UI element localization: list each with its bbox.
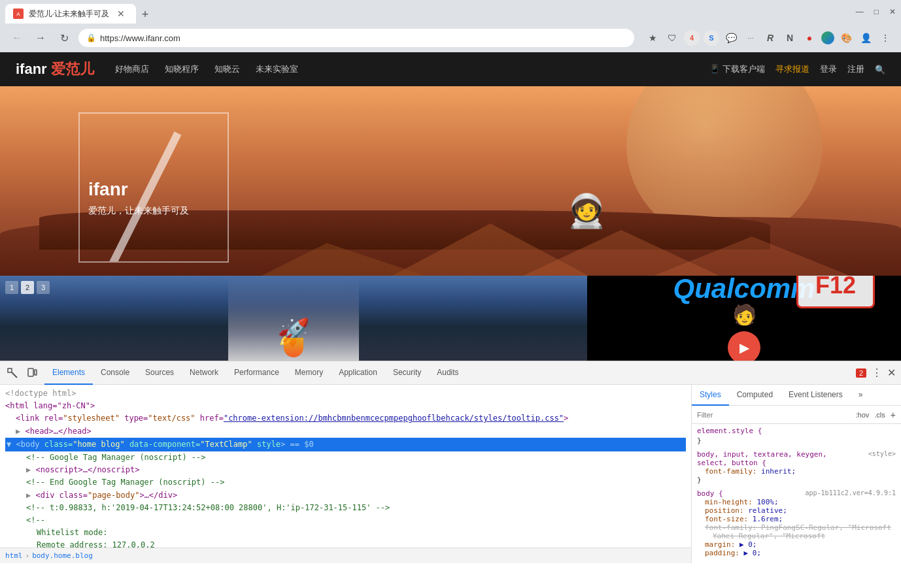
noscript-expand[interactable]: ▶ <box>26 464 31 476</box>
styles-panel: Styles Computed Event Listeners » :hov .… <box>692 385 901 563</box>
devtools-tab-console[interactable]: Console <box>93 361 137 385</box>
ext-icon-7[interactable]: ● <box>802 30 817 46</box>
page-num-2[interactable]: 2 <box>21 281 34 294</box>
dom-line-comment-open: <!-- <box>5 514 686 527</box>
nav-download[interactable]: 📱 下载客户端 <box>709 63 765 75</box>
address-input[interactable]: 🔒 https://www.ifanr.com <box>78 29 634 47</box>
ext-icon-9[interactable]: 🎨 <box>838 30 854 46</box>
devtools-right-controls: 2 ⋮ ✕ <box>856 367 896 379</box>
styles-tab-computed[interactable]: Computed <box>729 385 781 406</box>
devtools-inspect-icon[interactable] <box>5 366 20 380</box>
devtools-tab-performance[interactable]: Performance <box>226 361 287 385</box>
head-expand[interactable]: ▶ <box>16 425 20 438</box>
page-num-3[interactable]: 3 <box>37 281 50 294</box>
breadcrumb-separator-1: › <box>26 551 30 560</box>
browser-tab[interactable]: A 爱范儿·让未来触手可及 ✕ <box>5 4 136 24</box>
bookmark-icon[interactable]: ★ <box>645 30 660 46</box>
nav-register[interactable]: 注册 <box>847 63 864 75</box>
styles-hov-button[interactable]: :hov <box>856 411 870 419</box>
qualcomm-content: Qualcomm 🧑 ▶ <box>673 276 815 361</box>
nav-login[interactable]: 登录 <box>820 63 837 75</box>
page-num-1[interactable]: 1 <box>5 281 18 294</box>
f12-text: F12 <box>815 276 856 299</box>
shield-icon[interactable]: 🛡 <box>664 30 680 46</box>
window-controls: — □ ✕ <box>856 7 896 16</box>
url-text: https://www.ifanr.com <box>100 33 180 43</box>
menu-icon[interactable]: ⋮ <box>877 30 893 46</box>
play-button[interactable]: ▶ <box>728 331 760 361</box>
devtools-close-button[interactable]: ✕ <box>887 367 896 379</box>
new-tab-button[interactable]: + <box>136 5 154 24</box>
styles-rule-body-input: body, input, textarea, keygen, <style> s… <box>697 450 896 484</box>
devtools-more-menu[interactable]: ⋮ <box>872 367 882 379</box>
ext-icon-2[interactable]: S <box>704 30 719 46</box>
tab-close-button[interactable]: ✕ <box>117 8 125 19</box>
styles-add-rule-button[interactable]: + <box>891 410 896 420</box>
dom-breadcrumb-bar: html › body.home.blog <box>0 547 691 563</box>
svg-text:A: A <box>16 11 20 17</box>
devtools-tab-memory[interactable]: Memory <box>287 361 331 385</box>
dom-line-gtm-end: <!-- End Google Tag Manager (noscript) -… <box>5 476 686 489</box>
nav-link-cloud[interactable]: 知晓云 <box>214 63 240 75</box>
devtools-tab-audits[interactable]: Audits <box>429 361 466 385</box>
dom-line-whitelist: Whitelist mode: <box>5 527 686 539</box>
forward-button[interactable]: → <box>31 29 50 47</box>
styles-filter-input[interactable] <box>697 411 851 419</box>
svg-rect-10 <box>35 370 37 375</box>
devtools-tab-application[interactable]: Application <box>331 361 385 385</box>
reload-button[interactable]: ↻ <box>55 29 73 47</box>
ext-icon-8[interactable] <box>821 31 834 44</box>
styles-prop-font-family-body: font-family: PingFangSC-Regular, "Micros… <box>697 523 896 532</box>
qualcomm-logo: Qualcomm <box>673 276 815 304</box>
ext-icon-4[interactable]: ⋯ <box>743 30 758 46</box>
ext-icon-1[interactable]: 4 <box>684 30 700 46</box>
maximize-button[interactable]: □ <box>874 7 879 16</box>
nav-link-lab[interactable]: 未来实验室 <box>256 63 298 75</box>
styles-tab-event-listeners[interactable]: Event Listeners <box>781 385 851 406</box>
div-expand[interactable]: ▶ <box>26 489 31 502</box>
styles-source-1: <style> <box>868 450 896 459</box>
styles-selector-element: element.style { <box>697 427 896 435</box>
stylesheet-link[interactable]: "chrome-extension://bmhcbmnbenmcecpmpepg… <box>224 412 564 425</box>
styles-tab-styles[interactable]: Styles <box>692 385 729 406</box>
dom-line-html: <html lang="zh-CN"> <box>5 400 686 412</box>
svg-rect-9 <box>28 368 33 376</box>
nav-report[interactable]: 寻求报道 <box>775 63 809 75</box>
styles-tab-more[interactable]: » <box>851 385 871 406</box>
devtools-tab-sources[interactable]: Sources <box>137 361 182 385</box>
styles-selector-body-main: body { <box>697 489 723 498</box>
devtools-tab-elements[interactable]: Elements <box>44 361 93 385</box>
website-area: ifanr 爱范儿 好物商店 知晓程序 知晓云 未来实验室 📱 下载客户端 寻求… <box>0 52 901 588</box>
error-count-badge: 2 <box>856 368 866 378</box>
browser-toolbar: ★ 🛡 4 S 💬 ⋯ R N ● 🎨 👤 ⋮ <box>645 30 893 46</box>
ext-icon-3[interactable]: 💬 <box>723 30 739 46</box>
site-logo[interactable]: ifanr 爱范儿 <box>16 59 94 79</box>
minimize-button[interactable]: — <box>856 7 864 16</box>
logo-chinese: 爱范儿 <box>51 59 94 79</box>
ext-icon-5[interactable]: R <box>762 30 778 46</box>
ext-icon-6[interactable]: N <box>782 30 798 46</box>
styles-content: element.style { } body, input, textarea,… <box>692 424 901 563</box>
devtools-body: <!doctype html> <html lang="zh-CN"> <lin… <box>0 385 901 563</box>
dom-line-noscript: ▶ <noscript>…</noscript> <box>5 464 686 476</box>
styles-cls-button[interactable]: .cls <box>874 411 885 419</box>
nav-search-icon[interactable]: 🔍 <box>875 65 885 74</box>
dom-line-doctype: <!doctype html> <box>5 387 686 400</box>
content-pagination: 1 2 3 <box>5 281 50 294</box>
breadcrumb-body[interactable]: body.home.blog <box>32 551 93 560</box>
devtools-tab-network[interactable]: Network <box>182 361 226 385</box>
nav-link-program[interactable]: 知晓程序 <box>165 63 199 75</box>
styles-selector-body-1: body, input, textarea, keygen, <box>697 450 827 459</box>
breadcrumb-html[interactable]: html <box>5 551 23 560</box>
styles-selector-body-2: select, button { <box>697 459 896 467</box>
devtools-device-icon[interactable] <box>25 366 39 380</box>
devtools-panel: Elements Console Sources Network Perform… <box>0 361 901 563</box>
nav-link-shop[interactable]: 好物商店 <box>115 63 149 75</box>
styles-prop-font-family: font-family: inherit; <box>697 467 896 476</box>
styles-close-brace-element: } <box>697 436 896 445</box>
profile-icon[interactable]: 👤 <box>858 30 874 46</box>
close-button[interactable]: ✕ <box>889 7 896 16</box>
back-button[interactable]: ← <box>8 29 26 47</box>
devtools-tab-security[interactable]: Security <box>385 361 429 385</box>
dom-line-body-selected[interactable]: ▼ <body class="home blog" data-component… <box>5 438 686 451</box>
